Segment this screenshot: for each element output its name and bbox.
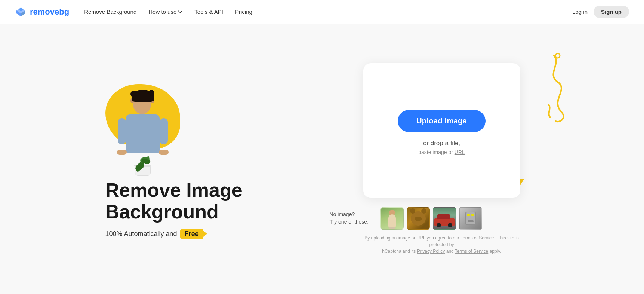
- person-figure: [109, 90, 176, 176]
- sample-thumb-bear[interactable]: [407, 207, 430, 230]
- sample-thumb-robot[interactable]: [459, 207, 482, 230]
- nav-dropdown-how-to-use[interactable]: How to use: [148, 9, 182, 15]
- nav-link-remove-background[interactable]: Remove Background: [84, 9, 136, 15]
- hero-subline: 100% Automatically and Free: [105, 229, 203, 239]
- arm-right: [160, 118, 168, 144]
- logo-bg: bg: [59, 7, 69, 16]
- chevron-down-icon: [178, 10, 182, 13]
- free-badge: Free: [180, 229, 203, 239]
- torso: [126, 114, 160, 153]
- privacy-link[interactable]: Privacy Policy: [417, 249, 445, 254]
- drop-text: or drop a file,: [423, 140, 460, 147]
- nav-item-remove-background[interactable]: Remove Background: [84, 9, 136, 15]
- hand-left: [117, 150, 127, 155]
- sample-thumb-person[interactable]: [380, 207, 404, 230]
- nav-item-tools-api[interactable]: Tools & API: [194, 9, 223, 15]
- logo-remove: remove: [30, 7, 59, 16]
- squiggle-decoration: [524, 52, 569, 127]
- hand-right: [159, 150, 169, 155]
- upload-card: Upload Image or drop a file, paste image…: [363, 63, 520, 198]
- person-head-area: [130, 90, 156, 117]
- sample-images-section: No image? Try one of these:: [330, 207, 554, 230]
- hair-curl-left: [130, 91, 137, 97]
- svg-point-5: [555, 53, 560, 58]
- url-link[interactable]: URL: [455, 149, 465, 155]
- right-side: Upload Image or drop a file, paste image…: [330, 63, 554, 255]
- tos2-link[interactable]: Terms of Service: [455, 249, 488, 254]
- hero-illustration: [90, 79, 203, 176]
- navbar: removebg Remove Background How to use To…: [0, 0, 644, 24]
- nav-link-tools-api[interactable]: Tools & API: [194, 9, 223, 15]
- sample-thumb-car[interactable]: [433, 207, 456, 230]
- tos-link[interactable]: Terms of Service: [460, 235, 494, 241]
- nav-links: Remove Background How to use Tools & API…: [84, 9, 252, 15]
- upload-image-button[interactable]: Upload Image: [398, 110, 486, 132]
- logo-link[interactable]: removebg: [15, 6, 69, 18]
- logo-text: removebg: [30, 7, 69, 17]
- paste-text: paste image or URL: [418, 149, 465, 155]
- nav-link-pricing[interactable]: Pricing: [235, 9, 252, 15]
- hair-curl-right: [148, 90, 154, 96]
- nav-item-pricing[interactable]: Pricing: [235, 9, 252, 15]
- arm-left: [118, 118, 126, 144]
- logo-icon: [15, 6, 27, 18]
- plant-area: [126, 154, 160, 176]
- login-button[interactable]: Log in: [572, 9, 588, 15]
- legal-text: By uploading an image or URL you agree t…: [363, 235, 520, 255]
- left-side: Remove Image Background 100% Automatical…: [90, 79, 330, 239]
- nav-right: Log in Sign up: [572, 6, 629, 18]
- main-content: Remove Image Background 100% Automatical…: [0, 24, 644, 294]
- signup-button[interactable]: Sign up: [594, 6, 629, 18]
- nav-left: removebg Remove Background How to use To…: [15, 6, 252, 18]
- nav-item-how-to-use[interactable]: How to use: [148, 9, 182, 15]
- sample-thumbs: [380, 207, 482, 230]
- no-image-text: No image? Try one of these:: [330, 211, 375, 226]
- hero-headline: Remove Image Background: [105, 180, 243, 222]
